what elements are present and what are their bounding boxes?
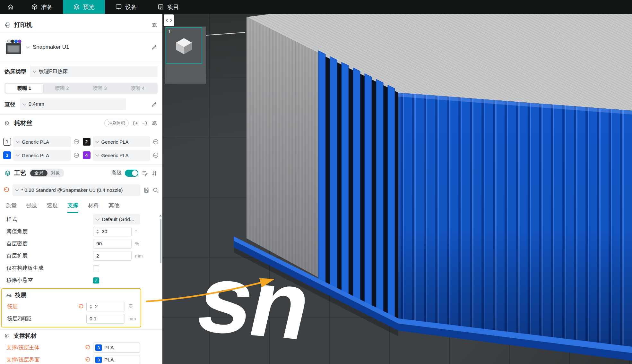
support-ribs[interactable] bbox=[318, 51, 395, 319]
flush-volume-button[interactable]: 冲刷体积 bbox=[104, 119, 129, 127]
tab-speed[interactable]: 速度 bbox=[47, 202, 58, 213]
filament-menu-4[interactable] bbox=[152, 152, 159, 158]
edit-printer-button[interactable] bbox=[151, 44, 158, 50]
chevron-down-icon bbox=[95, 153, 99, 156]
filament-chip-2[interactable]: 2 bbox=[83, 138, 91, 146]
unit-label: ° bbox=[135, 229, 137, 234]
filament-select-2[interactable]: Generic PLA bbox=[93, 136, 151, 147]
nozzle-tab-4[interactable]: 喷嘴 4 bbox=[119, 84, 157, 93]
support-body-label: 支撑/筏层主体 bbox=[6, 344, 85, 351]
setting-row-threshold-angle: 阈值角度 30 ° bbox=[0, 225, 162, 238]
filament-select-3[interactable]: Generic PLA bbox=[13, 150, 71, 161]
filament-chip-4[interactable]: 4 bbox=[83, 151, 91, 159]
support-style-select[interactable]: Default (Grid... bbox=[93, 214, 140, 224]
filament-name-2: Generic PLA bbox=[101, 139, 129, 145]
filament-menu-2[interactable] bbox=[152, 139, 159, 145]
diameter-select[interactable]: 0.4mm bbox=[20, 98, 126, 110]
unit-label: mm bbox=[128, 316, 136, 321]
process-section-title: 工艺 bbox=[14, 169, 26, 177]
setting-label: 阈值角度 bbox=[6, 228, 93, 235]
filament-menu-1[interactable] bbox=[73, 139, 80, 145]
support-filament-title: 支撑耗材 bbox=[13, 332, 37, 340]
filament-select-4[interactable]: Generic PLA bbox=[93, 150, 151, 161]
nav-project-label: 项目 bbox=[167, 3, 179, 11]
support-interface-filament-select[interactable]: 3 PLA bbox=[93, 355, 140, 364]
nav-device-label: 设备 bbox=[125, 3, 137, 11]
nav-preview-label: 预览 bbox=[83, 3, 95, 11]
tab-quality[interactable]: 质量 bbox=[6, 202, 17, 213]
remove-small-overhangs-checkbox[interactable]: ✓ bbox=[93, 277, 99, 284]
spinner-arrows[interactable] bbox=[90, 305, 92, 309]
advanced-toggle[interactable] bbox=[125, 170, 138, 177]
search-settings-button[interactable] bbox=[152, 187, 159, 193]
nav-prepare[interactable]: 准备 bbox=[21, 0, 63, 14]
scope-toggle: 全局 对象 bbox=[30, 169, 64, 177]
tab-strength[interactable]: 强度 bbox=[26, 202, 37, 213]
save-icon bbox=[143, 187, 150, 193]
printer-name[interactable]: Snapmaker U1 bbox=[33, 44, 69, 50]
filament-grid: 1 Generic PLA 2 Generic PLA bbox=[0, 131, 162, 165]
tab-material[interactable]: 材料 bbox=[88, 202, 99, 213]
viewport-3d[interactable]: sn 1 bbox=[162, 14, 632, 364]
buildplate-only-checkbox[interactable] bbox=[93, 265, 99, 271]
nav-device[interactable]: 设备 bbox=[105, 0, 147, 14]
raft-layers-spinner[interactable]: 2 bbox=[86, 302, 125, 311]
raft-highlight-box: 筏层 筏层 2 层 筏层Z间距 0.1 mm bbox=[1, 288, 141, 327]
threshold-angle-spinner[interactable]: 30 bbox=[93, 227, 132, 236]
undo-icon bbox=[85, 345, 91, 351]
setting-row-raft-zgap: 筏层Z间距 0.1 mm bbox=[2, 313, 141, 325]
plate-thumbnail-box[interactable]: 1 bbox=[166, 27, 202, 64]
scrollbar-up-arrow[interactable] bbox=[159, 215, 162, 216]
spinner-arrows[interactable] bbox=[96, 230, 99, 234]
filament-section-header: 耗材丝 冲刷体积 bbox=[0, 114, 162, 131]
collapse-sidebar-button[interactable] bbox=[164, 14, 174, 26]
nav-project[interactable]: 项目 bbox=[147, 0, 189, 14]
scrollbar-thumb[interactable] bbox=[160, 219, 161, 263]
unload-filament-button[interactable] bbox=[142, 120, 148, 126]
nav-home[interactable] bbox=[0, 0, 21, 14]
first-layer-density-input[interactable]: 90 bbox=[93, 239, 132, 249]
raft-zgap-label: 筏层Z间距 bbox=[7, 315, 86, 322]
preset-select[interactable]: * 0.20 Standard @Snapmaker U1 (0.4 nozzl… bbox=[13, 184, 140, 196]
filament-settings-button[interactable] bbox=[151, 120, 158, 126]
raft-zgap-input[interactable]: 0.1 bbox=[86, 314, 125, 324]
tab-support[interactable]: 支撑 bbox=[67, 202, 78, 213]
plate-thumbnail[interactable]: 1 bbox=[165, 27, 206, 84]
filament-coil-icon bbox=[4, 333, 10, 339]
undo-icon bbox=[85, 357, 91, 363]
nav-preview[interactable]: 预览 bbox=[63, 0, 105, 14]
reset-support-body-button[interactable] bbox=[85, 345, 93, 351]
support-wall-right[interactable] bbox=[398, 93, 632, 348]
undo-icon bbox=[78, 304, 84, 309]
chevron-down-icon bbox=[22, 102, 26, 105]
nozzle-tab-2[interactable]: 喷嘴 2 bbox=[43, 84, 81, 93]
nozzle-tab-1[interactable]: 喷嘴 1 bbox=[5, 84, 43, 93]
filament-3-chip: 3 bbox=[95, 344, 102, 351]
printer-settings-button[interactable] bbox=[151, 22, 158, 28]
first-layer-expansion-input[interactable]: 2 bbox=[93, 251, 132, 261]
reset-raft-layers-button[interactable] bbox=[78, 304, 86, 309]
support-body-filament-select[interactable]: 3 PLA bbox=[93, 343, 140, 353]
filament-menu-3[interactable] bbox=[73, 152, 80, 158]
buildplate-logo: sn bbox=[188, 244, 320, 359]
edit-nozzle-button[interactable] bbox=[151, 101, 158, 107]
filament-name-3: Generic PLA bbox=[22, 153, 49, 158]
reset-preset-button[interactable] bbox=[3, 187, 10, 193]
chevron-right-icon bbox=[169, 19, 172, 22]
edit-process-button[interactable] bbox=[142, 170, 148, 176]
filament-select-1[interactable]: Generic PLA bbox=[13, 136, 71, 147]
scope-global-button[interactable]: 全局 bbox=[30, 170, 48, 176]
filament-chip-3[interactable]: 3 bbox=[3, 151, 11, 159]
printer-thumbnail bbox=[4, 39, 22, 55]
bed-type-select[interactable]: 纹理PEI热床 bbox=[30, 66, 158, 77]
load-filament-button[interactable] bbox=[132, 120, 138, 126]
chevron-down-icon bbox=[95, 139, 99, 143]
tab-other[interactable]: 其他 bbox=[108, 202, 119, 213]
search-icon bbox=[152, 187, 159, 193]
filament-chip-1[interactable]: 1 bbox=[3, 138, 11, 146]
reset-support-interface-button[interactable] bbox=[85, 357, 93, 363]
nozzle-tab-3[interactable]: 喷嘴 3 bbox=[81, 84, 119, 93]
save-preset-button[interactable] bbox=[143, 187, 150, 193]
compare-presets-button[interactable] bbox=[151, 170, 158, 176]
scope-object-button[interactable]: 对象 bbox=[48, 170, 64, 176]
